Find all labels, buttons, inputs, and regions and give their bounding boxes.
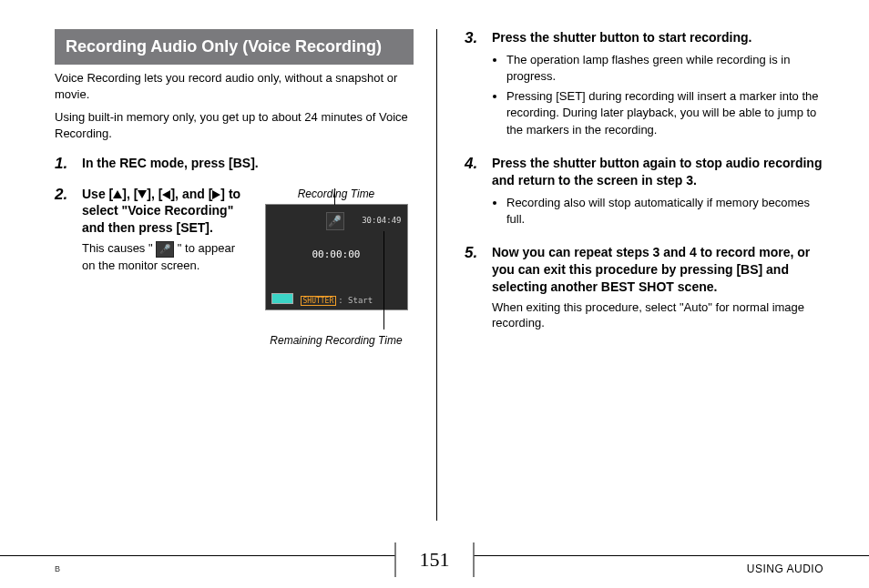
manual-page: Recording Audio Only (Voice Recording) V… <box>0 0 869 588</box>
step-note: When exiting this procedure, select "Aut… <box>492 299 823 331</box>
arrow-up-icon <box>113 190 122 198</box>
right-column: 3. Press the shutter button to start rec… <box>465 29 823 521</box>
remaining-time-value: 30:04:49 <box>362 216 401 225</box>
caption-remaining-time: Remaining Recording Time <box>259 334 414 347</box>
step-4: 4. Press the shutter button again to sto… <box>465 155 823 231</box>
content-columns: Recording Audio Only (Voice Recording) V… <box>55 29 823 521</box>
step-number: 5. <box>465 244 485 331</box>
intro-paragraph-1: Voice Recording lets you record audio on… <box>55 70 414 102</box>
lcd-container: 🎤 30:04:49 00:00:00 SHUTTER: Start <box>259 204 414 310</box>
step-body: Press the shutter button again to stop a… <box>492 155 823 231</box>
step-body: Now you can repeat steps 3 and 4 to reco… <box>492 244 823 331</box>
footer-section-label: USING AUDIO <box>747 555 823 575</box>
step-bullets: The operation lamp flashes green while r… <box>492 52 823 138</box>
text-fragment: ], [ <box>147 187 162 201</box>
step-body: Use [], [], [], and [] to select "Voice … <box>82 186 414 350</box>
step-2: 2. Use [], [], [], and [] to select "Voi… <box>55 186 414 350</box>
footer-row: B 151 USING AUDIO <box>55 555 823 575</box>
step-body: Press the shutter button to start record… <box>492 29 823 142</box>
elapsed-time-value: 00:00:00 <box>266 248 407 260</box>
list-item: Pressing [SET] during recording will ins… <box>506 88 823 138</box>
lcd-illustration-block: Recording Time 🎤 30:04:49 00:00:00 SHUTT… <box>259 186 414 350</box>
text-fragment: Use [ <box>82 187 113 201</box>
step-note: This causes " 🎤 " to appear on the monit… <box>82 240 250 273</box>
step-number: 1. <box>55 155 75 173</box>
intro-paragraph-2: Using built-in memory only, you get up t… <box>55 109 414 141</box>
caption-recording-time: Recording Time <box>259 188 414 200</box>
list-item: Recording also will stop automatically i… <box>506 195 823 228</box>
shutter-hint: SHUTTER: Start <box>301 296 373 305</box>
microphone-icon: 🎤 <box>156 241 174 258</box>
arrow-right-icon <box>212 190 220 199</box>
start-label: : Start <box>338 296 373 305</box>
arrow-down-icon <box>138 190 147 198</box>
step-title: Press the shutter button again to stop a… <box>492 155 823 189</box>
step-title: Press the shutter button to start record… <box>492 29 823 46</box>
step-title: Now you can repeat steps 3 and 4 to reco… <box>492 244 823 296</box>
page-number: 151 <box>395 542 475 577</box>
step-body: In the REC mode, press [BS]. <box>82 155 414 173</box>
text-fragment: ], [ <box>122 187 138 201</box>
step-1: 1. In the REC mode, press [BS]. <box>55 155 414 173</box>
step-number: 3. <box>465 29 485 142</box>
text-fragment: This causes " <box>82 241 156 255</box>
callout-line <box>334 188 335 205</box>
step-2-text: Use [], [], [], and [] to select "Voice … <box>82 186 250 350</box>
battery-icon <box>271 293 293 304</box>
camera-lcd-screen: 🎤 30:04:49 00:00:00 SHUTTER: Start <box>265 204 408 310</box>
shutter-label: SHUTTER <box>301 296 337 306</box>
text-fragment: ], and [ <box>170 187 212 201</box>
step-number: 2. <box>55 186 75 350</box>
step-title: Use [], [], [], and [] to select "Voice … <box>82 186 250 238</box>
step-5: 5. Now you can repeat steps 3 and 4 to r… <box>465 244 823 331</box>
list-item: The operation lamp flashes green while r… <box>506 52 823 85</box>
step-title: In the REC mode, press [BS]. <box>82 155 414 172</box>
footer-left-marker: B <box>55 557 60 573</box>
step-bullets: Recording also will stop automatically i… <box>492 195 823 228</box>
section-heading: Recording Audio Only (Voice Recording) <box>55 29 414 65</box>
microphone-icon: 🎤 <box>326 212 344 230</box>
step-number: 4. <box>465 155 485 231</box>
step-3: 3. Press the shutter button to start rec… <box>465 29 823 142</box>
left-column: Recording Audio Only (Voice Recording) V… <box>55 29 437 521</box>
callout-line <box>383 231 384 329</box>
page-footer: B 151 USING AUDIO <box>0 555 869 575</box>
